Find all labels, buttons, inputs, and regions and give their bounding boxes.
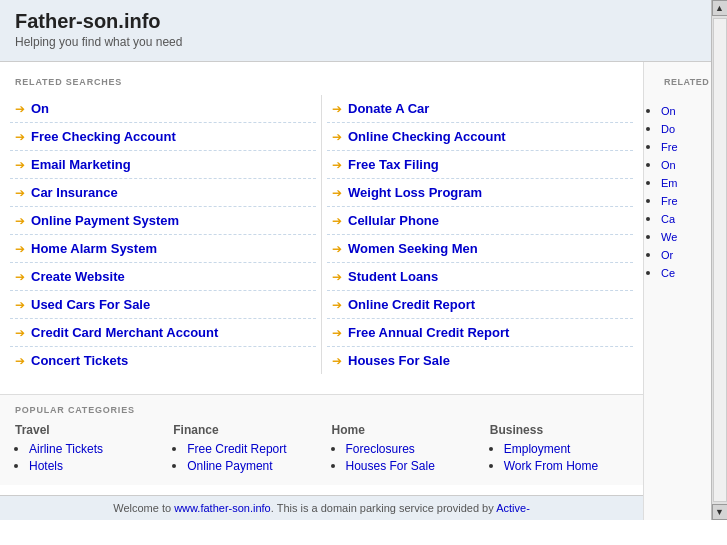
- search-link[interactable]: Concert Tickets: [31, 353, 128, 368]
- sidebar-link[interactable]: Ce: [661, 267, 706, 279]
- category-link[interactable]: Online Payment: [187, 459, 272, 473]
- arrow-icon: ➔: [15, 158, 25, 172]
- sidebar-item[interactable]: Ce: [661, 265, 706, 279]
- arrow-icon: ➔: [332, 354, 342, 368]
- category-link[interactable]: Foreclosures: [346, 442, 415, 456]
- category-title: Travel: [15, 423, 153, 437]
- category-link[interactable]: Houses For Sale: [346, 459, 435, 473]
- search-link[interactable]: Used Cars For Sale: [31, 297, 150, 312]
- category-link[interactable]: Work From Home: [504, 459, 598, 473]
- sidebar-links-list: OnDoFreOnEmFreCaWeOrCe: [649, 103, 706, 279]
- category-group: BusinessEmploymentWork From Home: [490, 423, 628, 475]
- scrollbar-track[interactable]: [713, 18, 727, 502]
- search-item: ➔Online Checking Account: [327, 123, 633, 151]
- category-link[interactable]: Airline Tickets: [29, 442, 103, 456]
- search-item: ➔Student Loans: [327, 263, 633, 291]
- list-item: Houses For Sale: [346, 458, 470, 473]
- category-link[interactable]: Free Credit Report: [187, 442, 286, 456]
- category-link[interactable]: Hotels: [29, 459, 63, 473]
- arrow-icon: ➔: [332, 242, 342, 256]
- search-link[interactable]: Houses For Sale: [348, 353, 450, 368]
- sidebar-link[interactable]: Ca: [661, 213, 706, 225]
- search-item: ➔Used Cars For Sale: [10, 291, 316, 319]
- arrow-icon: ➔: [15, 130, 25, 144]
- site-title: Father-son.info: [15, 10, 696, 33]
- search-item: ➔Online Payment System: [10, 207, 316, 235]
- search-item: ➔Online Credit Report: [327, 291, 633, 319]
- list-item: Hotels: [29, 458, 153, 473]
- sidebar-link[interactable]: Fre: [661, 195, 706, 207]
- sidebar-link[interactable]: Do: [661, 123, 706, 135]
- arrow-icon: ➔: [15, 298, 25, 312]
- scroll-down-button[interactable]: ▼: [712, 504, 728, 520]
- category-group: TravelAirline TicketsHotels: [15, 423, 153, 475]
- search-link[interactable]: Credit Card Merchant Account: [31, 325, 218, 340]
- search-link[interactable]: Home Alarm System: [31, 241, 157, 256]
- search-link[interactable]: Weight Loss Program: [348, 185, 482, 200]
- search-link[interactable]: Car Insurance: [31, 185, 118, 200]
- search-link[interactable]: Email Marketing: [31, 157, 131, 172]
- sidebar-item[interactable]: Fre: [661, 139, 706, 153]
- arrow-icon: ➔: [15, 186, 25, 200]
- right-sidebar: RELATED OnDoFreOnEmFreCaWeOrCe: [643, 62, 711, 520]
- search-link[interactable]: Online Payment System: [31, 213, 179, 228]
- search-item: ➔Free Tax Filing: [327, 151, 633, 179]
- search-link[interactable]: Online Credit Report: [348, 297, 475, 312]
- sidebar-link[interactable]: Or: [661, 249, 706, 261]
- sidebar-item[interactable]: Ca: [661, 211, 706, 225]
- right-sidebar-label: RELATED: [649, 72, 706, 95]
- list-item: Free Credit Report: [187, 441, 311, 456]
- arrow-icon: ➔: [332, 102, 342, 116]
- search-link[interactable]: On: [31, 101, 49, 116]
- scrollbar[interactable]: ▲ ▼: [711, 0, 727, 520]
- list-item: Work From Home: [504, 458, 628, 473]
- sidebar-link[interactable]: We: [661, 231, 706, 243]
- sidebar-item[interactable]: Or: [661, 247, 706, 261]
- sidebar-item[interactable]: Em: [661, 175, 706, 189]
- search-item: ➔Free Annual Credit Report: [327, 319, 633, 347]
- search-item: ➔Home Alarm System: [10, 235, 316, 263]
- arrow-icon: ➔: [332, 214, 342, 228]
- search-link[interactable]: Create Website: [31, 269, 125, 284]
- category-title: Finance: [173, 423, 311, 437]
- search-link[interactable]: Free Annual Credit Report: [348, 325, 509, 340]
- category-group: HomeForeclosuresHouses For Sale: [332, 423, 470, 475]
- sidebar-item[interactable]: On: [661, 103, 706, 117]
- category-link[interactable]: Employment: [504, 442, 571, 456]
- search-link[interactable]: Free Checking Account: [31, 129, 176, 144]
- category-group: FinanceFree Credit ReportOnline Payment: [173, 423, 311, 475]
- sidebar-item[interactable]: Fre: [661, 193, 706, 207]
- search-item: ➔Weight Loss Program: [327, 179, 633, 207]
- sidebar-item[interactable]: On: [661, 157, 706, 171]
- search-item: ➔Create Website: [10, 263, 316, 291]
- category-title: Business: [490, 423, 628, 437]
- search-link[interactable]: Free Tax Filing: [348, 157, 439, 172]
- arrow-icon: ➔: [332, 130, 342, 144]
- arrow-icon: ➔: [332, 298, 342, 312]
- footer-provider[interactable]: Active-: [496, 502, 530, 514]
- arrow-icon: ➔: [332, 158, 342, 172]
- search-link[interactable]: Cellular Phone: [348, 213, 439, 228]
- sidebar-item[interactable]: We: [661, 229, 706, 243]
- list-item: Online Payment: [187, 458, 311, 473]
- arrow-icon: ➔: [332, 186, 342, 200]
- category-title: Home: [332, 423, 470, 437]
- scroll-up-button[interactable]: ▲: [712, 0, 728, 16]
- search-link[interactable]: Donate A Car: [348, 101, 429, 116]
- footer-site-url[interactable]: www.father-son.info: [174, 502, 271, 514]
- sidebar-link[interactable]: Em: [661, 177, 706, 189]
- sidebar-link[interactable]: Fre: [661, 141, 706, 153]
- sidebar-item[interactable]: Do: [661, 121, 706, 135]
- search-item: ➔Houses For Sale: [327, 347, 633, 374]
- search-link[interactable]: Women Seeking Men: [348, 241, 478, 256]
- sidebar-link[interactable]: On: [661, 159, 706, 171]
- categories-grid: TravelAirline TicketsHotelsFinanceFree C…: [15, 423, 628, 475]
- arrow-icon: ➔: [15, 242, 25, 256]
- sidebar-link[interactable]: On: [661, 105, 706, 117]
- arrow-icon: ➔: [15, 270, 25, 284]
- category-links-list: ForeclosuresHouses For Sale: [332, 441, 470, 473]
- search-item: ➔Email Marketing: [10, 151, 316, 179]
- search-link[interactable]: Online Checking Account: [348, 129, 506, 144]
- category-links-list: Free Credit ReportOnline Payment: [173, 441, 311, 473]
- search-link[interactable]: Student Loans: [348, 269, 438, 284]
